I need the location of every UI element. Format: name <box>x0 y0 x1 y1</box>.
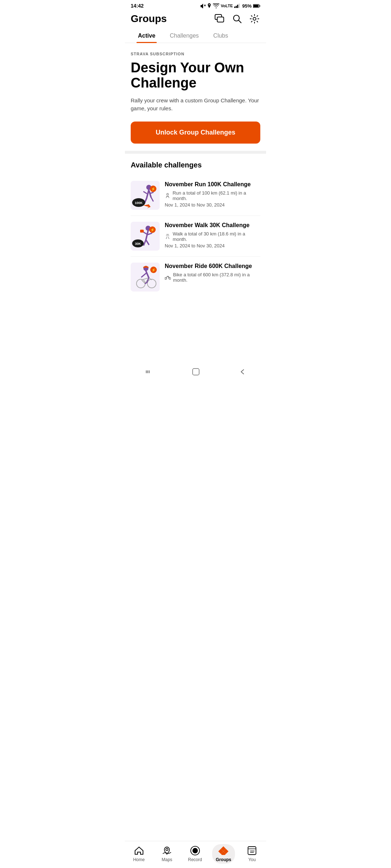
run-icon <box>165 193 171 199</box>
challenge-meta: Walk a total of 30 km (18.6 mi) in a mon… <box>165 231 260 242</box>
maps-icon <box>162 846 172 856</box>
svg-rect-9 <box>217 17 224 22</box>
page-title: Groups <box>131 13 167 25</box>
challenge-icon-ride: ⚡ <box>131 263 160 292</box>
nav-groups-label: Groups <box>216 857 231 862</box>
tab-bar: Active Challenges Clubs <box>125 29 266 43</box>
challenges-section: Available challenges <box>125 154 266 305</box>
svg-text:⚡: ⚡ <box>151 268 156 272</box>
challenge-meta: Run a total of 100 km (62.1 mi) in a mon… <box>165 190 260 201</box>
mute-icon <box>200 3 206 8</box>
challenge-info-walk: November Walk 30K Challenge Walk a total… <box>165 222 260 249</box>
challenge-meta: Bike a total of 600 km (372.8 mi) in a m… <box>165 272 260 283</box>
nav-home-system-icon <box>192 368 200 376</box>
svg-rect-4 <box>237 5 238 8</box>
hero-title: Design Your Own Challenge <box>131 60 260 91</box>
nav-menu-icon <box>144 367 153 376</box>
walk-icon <box>165 234 171 239</box>
nav-groups[interactable]: Groups <box>212 844 235 864</box>
svg-rect-45 <box>193 369 199 375</box>
tab-challenges[interactable]: Challenges <box>163 29 206 43</box>
status-icons: VoLTE 95% <box>200 3 260 9</box>
groups-icon <box>218 846 228 856</box>
svg-rect-5 <box>239 4 240 8</box>
challenge-info-run: November Run 100K Challenge Run a total … <box>165 181 260 208</box>
page-header: Groups <box>125 10 266 29</box>
svg-rect-2 <box>234 7 235 8</box>
svg-text:30K: 30K <box>135 242 141 246</box>
challenge-name: November Ride 600K Challenge <box>165 263 260 270</box>
lte-label: VoLTE <box>221 4 233 8</box>
bike-icon <box>165 275 171 280</box>
challenge-info-ride: November Ride 600K Challenge Bike a tota… <box>165 263 260 284</box>
location-icon <box>207 3 211 8</box>
challenges-title: Available challenges <box>131 161 260 169</box>
search-button[interactable] <box>231 13 243 25</box>
status-time: 14:42 <box>131 3 144 9</box>
header-icons <box>214 13 260 25</box>
bottom-nav: Home Maps Record <box>125 841 266 868</box>
challenge-item[interactable]: ⚡ 100K November Run 100K Challenge <box>131 175 260 216</box>
challenge-name: November Run 100K Challenge <box>165 181 260 188</box>
nav-you[interactable]: You <box>241 846 263 862</box>
challenge-detail: Walk a total of 30 km (18.6 mi) in a mon… <box>173 231 260 242</box>
svg-point-35 <box>166 848 168 851</box>
hero-section: STRAVA SUBSCRIPTION Design Your Own Chal… <box>125 43 266 151</box>
unlock-button[interactable]: Unlock Group Challenges <box>131 122 260 144</box>
wifi-icon <box>213 3 219 8</box>
nav-you-label: You <box>248 857 256 862</box>
nav-maps[interactable]: Maps <box>156 846 178 862</box>
you-icon <box>247 846 257 856</box>
section-divider <box>125 151 266 154</box>
svg-rect-43 <box>147 370 148 373</box>
nav-home[interactable]: Home <box>128 846 150 862</box>
svg-text:⚡: ⚡ <box>151 187 156 191</box>
challenge-detail: Run a total of 100 km (62.1 mi) in a mon… <box>173 190 260 201</box>
svg-point-37 <box>192 848 198 854</box>
challenge-name: November Walk 30K Challenge <box>165 222 260 229</box>
challenge-icon-walk: ⚡ 30K <box>131 222 160 251</box>
challenge-item[interactable]: ⚡ November Ride 600K Challenge Bike a to… <box>131 257 260 297</box>
signal-icon <box>234 4 241 8</box>
svg-rect-22 <box>140 230 144 233</box>
svg-text:100K: 100K <box>135 201 143 205</box>
svg-rect-42 <box>146 370 147 373</box>
svg-rect-38 <box>248 847 256 855</box>
nav-maps-label: Maps <box>162 857 172 862</box>
svg-point-19 <box>167 193 168 195</box>
hero-description: Rally your crew with a custom Group Chal… <box>131 97 260 113</box>
nav-record-label: Record <box>188 857 202 862</box>
chat-button[interactable] <box>214 13 226 25</box>
svg-rect-44 <box>149 370 150 373</box>
tab-clubs[interactable]: Clubs <box>206 29 235 43</box>
status-bar: 14:42 VoLTE 95% <box>125 0 266 10</box>
system-nav-bar <box>125 366 266 379</box>
battery-icon <box>253 4 260 8</box>
battery-percentage: 95% <box>242 3 252 9</box>
svg-point-12 <box>253 17 256 20</box>
svg-text:⚡: ⚡ <box>150 227 155 232</box>
groups-pill: Groups <box>212 844 235 864</box>
nav-back-icon <box>239 368 247 376</box>
subscription-label: STRAVA SUBSCRIPTION <box>131 52 260 56</box>
home-icon <box>134 846 144 856</box>
challenge-item[interactable]: ⚡ 30K November Walk 30K Challenge Walk a… <box>131 216 260 257</box>
nav-home-label: Home <box>133 857 145 862</box>
challenge-dates: Nov 1, 2024 to Nov 30, 2024 <box>165 202 260 208</box>
svg-line-11 <box>239 20 241 23</box>
record-icon <box>190 846 200 856</box>
nav-record[interactable]: Record <box>184 846 206 862</box>
svg-rect-3 <box>236 6 237 8</box>
challenge-detail: Bike a total of 600 km (372.8 mi) in a m… <box>173 272 260 283</box>
challenge-dates: Nov 1, 2024 to Nov 30, 2024 <box>165 243 260 248</box>
tab-active[interactable]: Active <box>131 29 163 43</box>
challenge-icon-run: ⚡ 100K <box>131 181 160 210</box>
settings-button[interactable] <box>249 13 260 25</box>
svg-rect-7 <box>253 5 258 7</box>
